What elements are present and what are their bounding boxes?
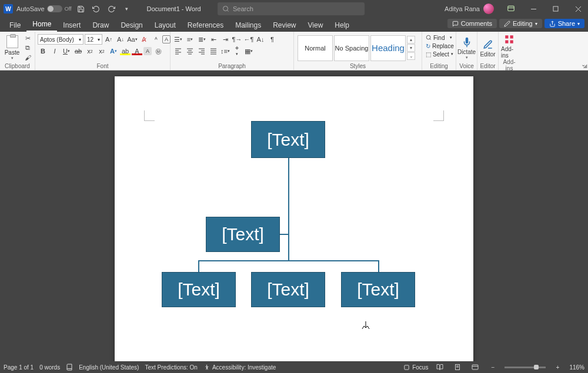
close-button[interactable] (568, 0, 588, 18)
spellcheck-button[interactable] (66, 364, 73, 371)
font-size-select[interactable]: 12▾ (85, 34, 102, 45)
print-layout-button[interactable] (452, 362, 463, 372)
tab-mailings[interactable]: Mailings (229, 19, 267, 32)
zoom-in-button[interactable]: + (552, 362, 563, 372)
styles-scroll-down[interactable]: ▾ (407, 44, 415, 52)
tab-home[interactable]: Home (26, 18, 57, 32)
tab-review[interactable]: Review (267, 19, 302, 32)
show-marks-button[interactable]: ¶ (267, 34, 278, 45)
select-button[interactable]: ⬚ Select▾ (425, 50, 453, 58)
text-effects-button[interactable]: A▾ (108, 46, 119, 56)
editor-button[interactable] (482, 38, 495, 51)
italic-button[interactable]: I (49, 46, 60, 56)
smartart-child-node-1[interactable]: [Text] (162, 272, 236, 307)
sort-button[interactable]: A↓ (255, 34, 266, 45)
collapse-ribbon-button[interactable]: ⌄ (581, 61, 586, 68)
style-heading1[interactable]: Heading (370, 35, 406, 61)
web-layout-button[interactable] (469, 362, 481, 372)
character-shading-button[interactable]: A (143, 47, 152, 55)
language-indicator[interactable]: English (United States) (79, 364, 139, 371)
smartart-child-node-2[interactable]: [Text] (251, 272, 325, 307)
font-color-button[interactable]: A (132, 46, 142, 56)
decrease-indent-button[interactable]: ⇤ (208, 34, 219, 45)
phonetic-guide-button[interactable]: ᴬ (151, 34, 161, 45)
enclose-characters-button[interactable]: ㊙ (153, 46, 163, 56)
font-family-select[interactable]: Aptos (Body)▾ (38, 34, 83, 45)
numbering-button[interactable]: ≡▾ (185, 34, 195, 45)
accessibility-indicator[interactable]: Accessibility: Investigate (203, 364, 276, 371)
line-spacing-button[interactable]: ↕≡▾ (220, 46, 230, 56)
dictate-button[interactable] (460, 36, 473, 49)
ltr-direction-button[interactable]: ¶→ (232, 34, 242, 45)
find-button[interactable]: Find▾ (425, 33, 453, 42)
undo-button[interactable] (91, 3, 102, 15)
editing-mode-button[interactable]: Editing ▾ (499, 19, 542, 28)
paste-button[interactable]: Paste ▾ (2, 35, 22, 62)
read-mode-button[interactable] (434, 362, 446, 372)
tab-references[interactable]: References (182, 19, 229, 32)
decrease-font-size-button[interactable]: A↓ (115, 34, 126, 45)
smartart-top-node[interactable]: [Text] (251, 121, 325, 158)
minimize-button[interactable] (523, 0, 543, 18)
tab-draw[interactable]: Draw (86, 19, 115, 32)
share-button[interactable]: Share ▾ (544, 19, 584, 28)
autosave-toggle[interactable]: AutoSave Off (16, 5, 72, 12)
comments-button[interactable]: Comments (447, 19, 497, 28)
bullets-button[interactable]: ☰▾ (173, 34, 183, 45)
styles-scroll-up[interactable]: ▴ (407, 36, 415, 43)
smartart-child-node-3[interactable]: [Text] (341, 272, 415, 307)
replace-button[interactable]: ↻ Replace (425, 42, 453, 50)
autosave-switch-icon[interactable] (47, 5, 62, 12)
style-no-spacing[interactable]: No Spacing (334, 35, 369, 61)
word-count[interactable]: 0 words (39, 364, 60, 371)
text-predictions-indicator[interactable]: Text Predictions: On (145, 364, 197, 371)
tab-insert[interactable]: Insert (57, 19, 86, 32)
styles-expand[interactable]: ⌄ (407, 52, 415, 60)
multilevel-list-button[interactable]: ≣▾ (196, 34, 207, 45)
align-center-button[interactable] (185, 46, 195, 56)
superscript-button[interactable]: x2 (96, 46, 107, 56)
align-right-button[interactable] (196, 46, 207, 56)
zoom-out-button[interactable]: − (487, 362, 499, 372)
strikethrough-button[interactable]: ab (73, 46, 83, 56)
smartart-organization-chart[interactable]: [Text] [Text] [Text] [Text] [Text] (147, 121, 441, 321)
document-area[interactable]: [Text] [Text] [Text] [Text] [Text] (0, 70, 588, 361)
account-button[interactable]: Aditya Rana (440, 4, 499, 14)
save-button[interactable] (75, 3, 87, 15)
clear-formatting-button[interactable]: A̷ (139, 34, 149, 45)
increase-indent-button[interactable]: ⇥ (220, 34, 230, 45)
borders-button[interactable]: ▦▾ (243, 46, 254, 56)
smartart-assistant-node[interactable]: [Text] (206, 217, 280, 252)
character-border-button[interactable]: A (162, 35, 171, 43)
style-normal[interactable]: Normal (298, 35, 333, 61)
tab-view[interactable]: View (302, 19, 329, 32)
cut-button[interactable]: ✂ (23, 35, 32, 43)
document-page[interactable]: [Text] [Text] [Text] [Text] [Text] (115, 76, 473, 361)
bold-button[interactable]: B (38, 46, 48, 56)
format-painter-button[interactable]: 🖌 (23, 53, 32, 62)
tab-help[interactable]: Help (329, 19, 355, 32)
zoom-level[interactable]: 116% (569, 364, 584, 371)
qat-customize-button[interactable]: ▾ (121, 3, 133, 15)
ribbon-display-options[interactable] (501, 0, 521, 18)
zoom-slider[interactable] (505, 367, 546, 368)
underline-button[interactable]: U▾ (61, 46, 72, 56)
shading-button[interactable]: ▾ (232, 46, 242, 56)
styles-gallery-spinner[interactable]: ▴ ▾ ⌄ (407, 36, 415, 60)
justify-button[interactable] (208, 46, 219, 56)
copy-button[interactable]: ⧉ (23, 44, 32, 52)
align-left-button[interactable] (173, 46, 183, 56)
change-case-button[interactable]: Aa▾ (127, 34, 138, 45)
rtl-direction-button[interactable]: ←¶ (243, 34, 254, 45)
tab-design[interactable]: Design (115, 19, 148, 32)
focus-mode-button[interactable]: Focus (403, 364, 428, 371)
maximize-button[interactable] (546, 0, 566, 18)
addins-button[interactable] (503, 33, 516, 46)
subscript-button[interactable]: x2 (85, 46, 95, 56)
tab-file[interactable]: File (4, 19, 26, 32)
increase-font-size-button[interactable]: A↑ (103, 34, 114, 45)
page-indicator[interactable]: Page 1 of 1 (4, 364, 34, 371)
highlight-color-button[interactable]: ab (120, 46, 131, 56)
redo-button[interactable] (106, 3, 118, 15)
tab-layout[interactable]: Layout (149, 19, 182, 32)
